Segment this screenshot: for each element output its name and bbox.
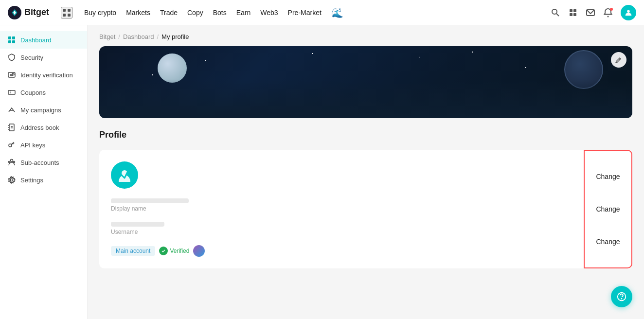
- svg-line-38: [619, 59, 620, 60]
- account-tags: Main account Verified: [111, 245, 621, 257]
- breadcrumb-bitget[interactable]: Bitget: [99, 33, 115, 40]
- profile-card: Display name Username Main account Verif…: [99, 150, 632, 268]
- nav-bots[interactable]: Bots: [213, 9, 227, 17]
- nav-web3[interactable]: Web3: [260, 9, 278, 17]
- svg-rect-10: [573, 13, 576, 16]
- change-display-name-button[interactable]: Change: [590, 203, 626, 215]
- svg-point-34: [11, 160, 13, 162]
- username-label: Username: [111, 229, 567, 235]
- apps-grid-button[interactable]: [61, 7, 72, 18]
- nav-earn[interactable]: Earn: [236, 9, 251, 17]
- verified-tag: Verified: [159, 247, 189, 255]
- change-avatar-button[interactable]: Change: [590, 171, 626, 182]
- logo[interactable]: Bitget: [8, 6, 49, 19]
- sidebar-item-dashboard[interactable]: Dashboard: [0, 31, 87, 49]
- banner-mountains: [99, 79, 632, 118]
- sidebar-item-settings[interactable]: Settings: [0, 171, 87, 189]
- main-account-tag: Main account: [111, 246, 155, 256]
- nav-pre-market[interactable]: Pre-Market: [288, 9, 322, 17]
- svg-point-41: [622, 299, 622, 299]
- banner-moon: [158, 53, 187, 83]
- svg-rect-16: [8, 40, 11, 43]
- orders-button[interactable]: [568, 8, 578, 18]
- nav-buy-crypto[interactable]: Buy crypto: [84, 9, 116, 17]
- username-field: Username: [111, 222, 621, 235]
- sidebar: Dashboard Security Identity verification…: [0, 25, 88, 319]
- messages-button[interactable]: [586, 8, 595, 18]
- username-bar: [111, 222, 164, 227]
- svg-rect-1: [63, 9, 66, 12]
- svg-point-21: [12, 73, 14, 75]
- svg-rect-25: [9, 124, 14, 131]
- sidebar-item-api-keys[interactable]: API keys: [0, 136, 87, 154]
- svg-rect-4: [68, 14, 71, 17]
- breadcrumb-sep-2: /: [157, 33, 159, 40]
- nav-links: Buy crypto Markets Trade Copy Bots Earn …: [84, 7, 539, 18]
- support-button[interactable]: [611, 286, 632, 307]
- breadcrumb-dashboard[interactable]: Dashboard: [123, 33, 154, 40]
- nav-copy[interactable]: Copy: [187, 9, 203, 17]
- svg-point-35: [9, 161, 10, 163]
- notifications-button[interactable]: [603, 8, 613, 18]
- user-avatar-button[interactable]: [621, 5, 636, 20]
- main-content: Bitget / Dashboard / My profile Profile: [88, 25, 644, 319]
- avatar-section: [111, 161, 621, 189]
- display-name-bar: [111, 198, 189, 203]
- svg-line-6: [556, 14, 559, 16]
- profile-title: Profile: [99, 130, 632, 140]
- svg-rect-9: [570, 13, 572, 16]
- svg-point-13: [627, 10, 629, 12]
- svg-rect-14: [8, 36, 11, 39]
- display-name-field: Display name: [111, 198, 621, 212]
- top-navigation: Bitget Buy crypto Markets Trade Copy Bot…: [0, 0, 644, 25]
- breadcrumb: Bitget / Dashboard / My profile: [99, 33, 632, 40]
- page-layout: Dashboard Security Identity verification…: [0, 25, 644, 319]
- svg-line-33: [12, 143, 13, 144]
- svg-point-12: [608, 16, 609, 17]
- user-avatar: [111, 161, 138, 189]
- sidebar-item-security[interactable]: Security: [0, 49, 87, 66]
- svg-rect-15: [12, 36, 15, 39]
- sidebar-item-coupons[interactable]: Coupons: [0, 84, 87, 101]
- nav-trade[interactable]: Trade: [160, 9, 178, 17]
- svg-line-32: [13, 143, 14, 144]
- user-tag-avatar: [193, 245, 205, 257]
- svg-rect-17: [12, 40, 15, 43]
- breadcrumb-current: My profile: [161, 33, 189, 40]
- change-username-button[interactable]: Change: [590, 236, 626, 248]
- display-name-label: Display name: [111, 205, 567, 212]
- sidebar-item-my-campaigns[interactable]: My campaigns: [0, 101, 87, 119]
- profile-banner: [99, 46, 632, 118]
- svg-point-36: [14, 161, 15, 163]
- nav-right-actions: [551, 5, 636, 20]
- bitget-logo-icon: [8, 6, 21, 19]
- svg-rect-22: [8, 90, 15, 94]
- svg-rect-2: [68, 9, 71, 12]
- svg-rect-3: [63, 14, 66, 17]
- sidebar-item-sub-accounts[interactable]: Sub-accounts: [0, 154, 87, 171]
- svg-point-31: [9, 144, 12, 147]
- verified-icon: [159, 247, 168, 255]
- breadcrumb-sep-1: /: [118, 33, 120, 40]
- svg-point-5: [552, 9, 557, 14]
- search-button[interactable]: [551, 8, 560, 18]
- sidebar-item-identity-verification[interactable]: Identity verification: [0, 66, 87, 84]
- svg-point-37: [11, 179, 13, 181]
- change-buttons-panel: Change Change Change: [584, 150, 632, 268]
- sidebar-item-address-book[interactable]: Address book: [0, 119, 87, 136]
- svg-rect-7: [570, 9, 572, 12]
- banner-edit-button[interactable]: [611, 52, 626, 68]
- banner-scene: [99, 46, 632, 118]
- weather-icon: 🌊: [331, 7, 343, 18]
- nav-markets[interactable]: Markets: [126, 9, 150, 17]
- svg-rect-8: [573, 9, 576, 12]
